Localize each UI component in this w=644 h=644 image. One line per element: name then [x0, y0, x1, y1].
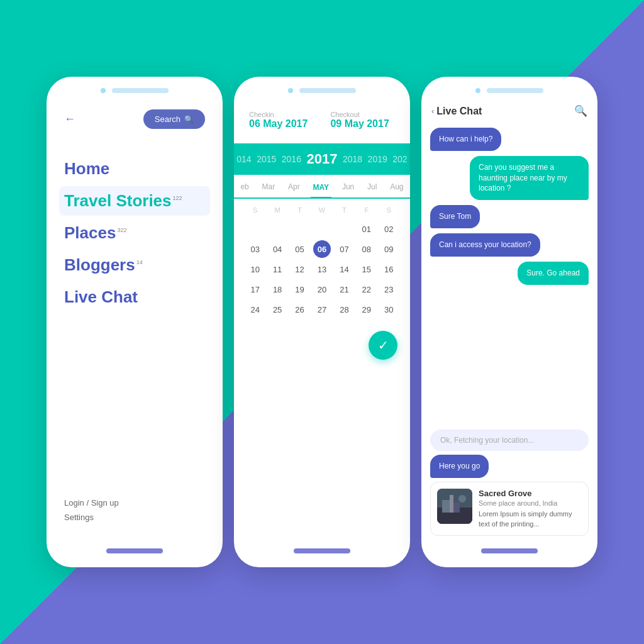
cal-day[interactable]: 10: [247, 260, 264, 278]
cal-weekday: W: [311, 204, 333, 216]
nav-search-button[interactable]: Search 🔍: [143, 109, 205, 129]
place-card-image: [437, 489, 472, 524]
nav-footer-link[interactable]: Login / Sign up: [64, 498, 205, 508]
cal-day[interactable]: 04: [269, 240, 286, 258]
svg-rect-3: [453, 502, 460, 513]
place-card-title: Sacred Grove: [479, 489, 582, 498]
phone-chat: ‹ Live Chat 🔍 How can i help?Can you sug…: [421, 77, 597, 567]
place-card-description: Lorem Ipsum is simply dummy text of the …: [479, 509, 582, 529]
cal-day[interactable]: 30: [380, 301, 397, 318]
cal-month-MAY[interactable]: MAY: [311, 182, 332, 198]
cal-year-2019[interactable]: 2019: [368, 154, 387, 164]
cal-day[interactable]: 07: [335, 240, 353, 258]
nav-item-bloggers[interactable]: Bloggers14: [64, 250, 205, 280]
search-label: Search: [155, 114, 180, 124]
cal-day[interactable]: 25: [269, 301, 286, 318]
cal-month-Apr[interactable]: Apr: [286, 181, 303, 192]
cal-month-eb[interactable]: eb: [238, 181, 251, 192]
cal-day[interactable]: 26: [291, 301, 309, 318]
chat-messages-list: How can i help?Can you suggest me a haun…: [421, 124, 597, 430]
chat-place-card[interactable]: Sacred Grove Some place around, India Lo…: [430, 482, 589, 536]
cal-day[interactable]: 13: [313, 260, 331, 278]
cal-day[interactable]: 20: [313, 280, 331, 298]
cal-weekday: T: [289, 204, 311, 216]
cal-day[interactable]: 22: [358, 280, 375, 298]
chat-bubble-outgoing: Sure. Go ahead: [518, 262, 589, 285]
nav-item-live-chat[interactable]: Live Chat: [64, 282, 205, 312]
place-card-subtitle: Some place around, India: [479, 499, 582, 507]
cal-day[interactable]: 17: [247, 280, 264, 298]
cal-day[interactable]: 05: [291, 240, 309, 258]
nav-item-home[interactable]: Home: [64, 154, 205, 184]
cal-month-strip: ebMarAprMAYJunJulAug: [234, 175, 410, 199]
cal-day[interactable]: 23: [380, 280, 397, 298]
checkout-group: Checkout 09 May 2017: [330, 111, 389, 130]
cal-month-Mar[interactable]: Mar: [260, 181, 278, 192]
cal-day[interactable]: 16: [380, 260, 397, 278]
nav-footer-link[interactable]: Settings: [64, 513, 205, 522]
cal-month-Jul[interactable]: Jul: [365, 181, 379, 192]
chat-title: Live Chat: [436, 106, 482, 117]
cal-day[interactable]: 12: [291, 260, 309, 278]
cal-day: [335, 220, 353, 238]
cal-year-202[interactable]: 202: [392, 154, 407, 164]
cal-year-2016[interactable]: 2016: [282, 154, 301, 164]
phone-top-bar: [421, 77, 597, 99]
nav-item-places[interactable]: Places322: [64, 218, 205, 248]
cal-day[interactable]: 06: [313, 240, 331, 258]
cal-day[interactable]: 29: [358, 301, 375, 318]
cal-day[interactable]: 21: [335, 280, 353, 298]
phone-camera-dot: [288, 88, 293, 93]
cal-day[interactable]: 02: [380, 220, 397, 238]
cal-weekday: M: [266, 204, 288, 216]
svg-rect-2: [442, 500, 451, 513]
checkin-date: 06 May 2017: [249, 118, 308, 130]
cal-day: [313, 220, 331, 238]
phone-navigation: ← Search 🔍 HomeTravel Stories122Places32…: [47, 77, 223, 567]
cal-check-dates-row: Checkin 06 May 2017 Checkout 09 May 2017: [249, 111, 395, 130]
phone-bottom-bar: [234, 540, 410, 567]
cal-day[interactable]: 09: [380, 240, 397, 258]
cal-day[interactable]: 19: [291, 280, 309, 298]
cal-confirm-fab[interactable]: ✓: [369, 331, 397, 360]
cal-day[interactable]: 24: [247, 301, 264, 318]
cal-day[interactable]: 11: [269, 260, 286, 278]
cal-month-Jun[interactable]: Jun: [340, 181, 357, 192]
cal-day[interactable]: 14: [335, 260, 353, 278]
chat-bubble-incoming: How can i help?: [430, 128, 501, 151]
cal-days-grid: 0102030405060708091011121314151617181920…: [244, 220, 400, 318]
cal-grid: SMTWTFS 01020304050607080910111213141516…: [234, 199, 410, 323]
nav-item-travel-stories[interactable]: Travel Stories122: [59, 186, 210, 216]
phone-top-bar: [234, 77, 410, 99]
cal-weekday: F: [355, 204, 377, 216]
cal-day[interactable]: 27: [313, 301, 331, 318]
phone-top-bar: [47, 77, 223, 99]
nav-footer: Login / Sign upSettings: [64, 498, 205, 533]
cal-month-Aug[interactable]: Aug: [387, 181, 406, 192]
phone-camera-dot: [475, 88, 480, 93]
chat-input[interactable]: Ok, Fetching your location...: [430, 430, 589, 451]
checkout-label: Checkout: [330, 111, 389, 118]
cal-day[interactable]: 03: [247, 240, 264, 258]
cal-day[interactable]: 18: [269, 280, 286, 298]
cal-day: [291, 220, 309, 238]
cal-weekday: T: [333, 204, 355, 216]
place-image-svg: [437, 489, 472, 524]
cal-screen: Checkin 06 May 2017 Checkout 09 May 2017…: [234, 99, 410, 540]
chat-search-icon[interactable]: 🔍: [574, 104, 587, 118]
cal-year-2017[interactable]: 2017: [306, 151, 337, 167]
cal-day[interactable]: 08: [358, 240, 375, 258]
chat-back-button[interactable]: ‹ Live Chat: [431, 106, 482, 117]
cal-year-2018[interactable]: 2018: [343, 154, 362, 164]
cal-day[interactable]: 15: [358, 260, 375, 278]
nav-back-button[interactable]: ←: [64, 113, 75, 126]
cal-year-014[interactable]: 014: [236, 154, 251, 164]
nav-item-badge: 322: [117, 227, 126, 233]
phone-home-indicator: [294, 548, 350, 553]
cal-year-2015[interactable]: 2015: [257, 154, 276, 164]
place-card-content: Sacred Grove Some place around, India Lo…: [479, 489, 582, 529]
cal-header: Checkin 06 May 2017 Checkout 09 May 2017: [234, 106, 410, 143]
cal-day[interactable]: 01: [358, 220, 375, 238]
cal-day[interactable]: 28: [335, 301, 353, 318]
chat-bubble-incoming: Can i access your location?: [430, 233, 540, 257]
